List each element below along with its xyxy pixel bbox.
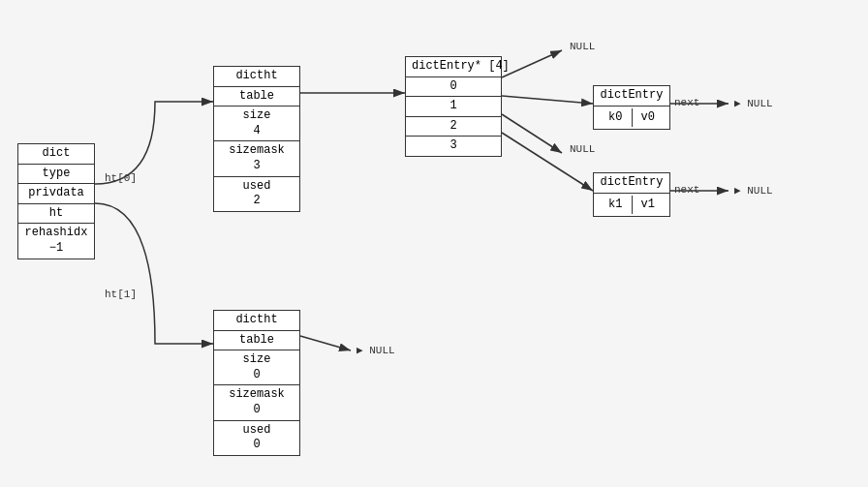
dict-privdata: privdata xyxy=(18,184,94,204)
dictht1-sizemask-label: sizemask0 xyxy=(214,385,299,420)
dictht1-size-label: size0 xyxy=(214,350,299,385)
dict-type: type xyxy=(18,165,94,185)
ht0-label: ht[0] xyxy=(105,172,137,184)
dictht0-size-label: size4 xyxy=(214,107,299,141)
array-1: 1 xyxy=(406,97,501,117)
entry0-v: v0 xyxy=(633,108,665,128)
entry0-box: dictEntry k0 v0 xyxy=(593,85,670,130)
entry0-k: k0 xyxy=(600,108,633,128)
entry1-header: dictEntry xyxy=(594,173,669,194)
dictht1-null: ▶ NULL xyxy=(356,344,395,356)
dict-rehashidx: rehashidx−1 xyxy=(18,224,94,258)
dict-ht: ht xyxy=(18,204,94,225)
array0-null: NULL xyxy=(570,41,595,52)
array-0: 0 xyxy=(406,77,501,98)
entry1-next-label: next xyxy=(674,184,699,196)
entry0-next-label: next xyxy=(674,97,699,108)
entry0-kv: k0 v0 xyxy=(594,107,669,130)
dict-header: dict xyxy=(18,144,94,165)
entry1-box: dictEntry k1 v1 xyxy=(593,172,670,217)
dict-box: dict type privdata ht rehashidx−1 xyxy=(17,143,95,259)
array-header: dictEntry* [4] xyxy=(406,57,501,77)
entry0-header: dictEntry xyxy=(594,86,669,107)
dictht0-sizemask-label: sizemask3 xyxy=(214,141,299,176)
array-3: 3 xyxy=(406,137,501,156)
array-box: dictEntry* [4] 0 1 2 3 xyxy=(405,56,502,157)
dictht0-box: dictht table size4 sizemask3 used2 xyxy=(213,66,300,212)
dictht0-header: dictht xyxy=(214,67,299,87)
dictht0-table: table xyxy=(214,87,299,107)
dictht0-used-label: used2 xyxy=(214,177,299,211)
entry1-v: v1 xyxy=(633,196,665,215)
dictht1-table: table xyxy=(214,331,299,351)
dictht1-used-label: used0 xyxy=(214,421,299,455)
array2-null: NULL xyxy=(570,143,595,155)
diagram: dict type privdata ht rehashidx−1 ht[0] … xyxy=(0,0,868,487)
entry1-k: k1 xyxy=(600,196,633,215)
entry0-null: ▶ NULL xyxy=(734,97,773,109)
dictht1-box: dictht table size0 sizemask0 used0 xyxy=(213,310,300,456)
dictht1-header: dictht xyxy=(214,311,299,331)
entry1-kv: k1 v1 xyxy=(594,194,669,217)
ht1-label: ht[1] xyxy=(105,289,137,300)
entry1-null: ▶ NULL xyxy=(734,184,773,197)
array-2: 2 xyxy=(406,117,501,137)
